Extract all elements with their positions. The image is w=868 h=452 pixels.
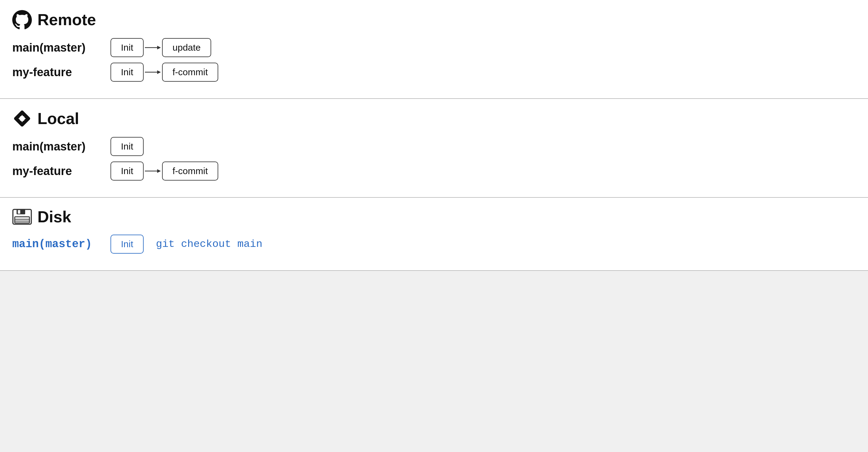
remote-main-commit-update: update: [162, 38, 211, 57]
local-main-commit-chain: Init: [111, 137, 144, 156]
local-main-commit-init: Init: [111, 137, 144, 156]
remote-feature-commit-chain: Init f-commit: [111, 63, 218, 82]
local-section: Local main(master) Init my-feature Init …: [0, 99, 868, 198]
disk-main-commit-init: Init: [111, 235, 144, 253]
remote-main-commit-chain: Init update: [111, 38, 211, 57]
disk-icon: [12, 208, 32, 225]
arrow-icon: [145, 167, 161, 175]
arrow-icon: [145, 68, 161, 76]
local-feature-commit-init: Init: [111, 161, 144, 181]
disk-main-branch-row: main(master) Init git checkout main: [12, 235, 856, 253]
local-feature-branch-row: my-feature Init f-commit: [12, 161, 856, 181]
remote-feature-commit-fcommit: f-commit: [162, 63, 218, 82]
svg-marker-15: [157, 169, 161, 173]
remote-section: Remote main(master) Init update my-featu…: [0, 0, 868, 99]
local-main-branch-row: main(master) Init: [12, 137, 856, 156]
disk-section: Disk main(master) Init git checkout main: [0, 198, 868, 271]
svg-rect-17: [15, 217, 29, 223]
svg-marker-1: [157, 46, 161, 50]
svg-rect-21: [18, 210, 20, 214]
remote-feature-branch-name: my-feature: [12, 66, 104, 79]
remote-feature-commit-init: Init: [111, 63, 144, 82]
disk-header: Disk: [12, 208, 856, 226]
github-icon: [12, 10, 32, 29]
local-feature-commit-fcommit: f-commit: [162, 161, 218, 181]
local-title: Local: [37, 109, 79, 128]
remote-title: Remote: [37, 10, 96, 29]
disk-main-branch-name: main(master): [12, 238, 104, 250]
local-header: Local: [12, 109, 856, 128]
remote-header: Remote: [12, 10, 856, 29]
disk-title: Disk: [37, 208, 71, 226]
git-diamond-icon: [12, 109, 32, 128]
remote-main-commit-init: Init: [111, 38, 144, 57]
remote-main-branch-name: main(master): [12, 41, 104, 54]
svg-marker-3: [157, 70, 161, 74]
remote-feature-branch-row: my-feature Init f-commit: [12, 63, 856, 82]
local-main-branch-name: main(master): [12, 140, 104, 153]
disk-main-commit-chain: Init: [111, 235, 144, 253]
local-feature-branch-name: my-feature: [12, 164, 104, 178]
disk-git-command: git checkout main: [156, 238, 262, 250]
local-feature-commit-chain: Init f-commit: [111, 161, 218, 181]
remote-main-branch-row: main(master) Init update: [12, 38, 856, 57]
arrow-icon: [145, 44, 161, 51]
